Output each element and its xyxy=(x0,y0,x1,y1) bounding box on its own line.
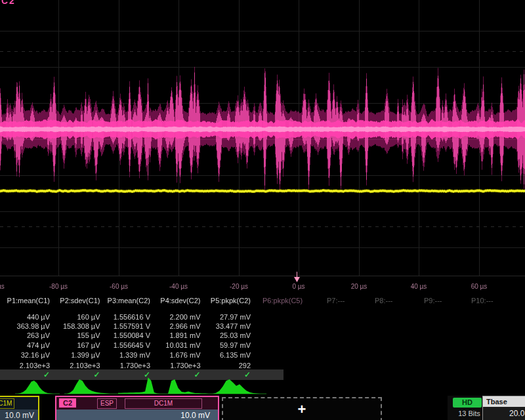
measure-value: 1.399 µV xyxy=(52,351,100,359)
measure-header-inactive[interactable]: P6:pkpk(C5) xyxy=(262,297,315,304)
measure-header[interactable]: P3:mean(C2) xyxy=(102,297,150,304)
measure-value: 59.97 mV xyxy=(202,341,251,349)
measure-value: 33.477 mV xyxy=(202,322,251,330)
time-axis: -100 µs-80 µs-60 µs-40 µs-20 µs0 µs20 µs… xyxy=(0,283,525,291)
timebase-descriptor[interactable]: Tbase 20.0 µs xyxy=(482,396,525,420)
measure-value: 1.676 mV xyxy=(152,351,201,359)
measure-value: 1.556645 V xyxy=(102,341,150,349)
time-tick-label: 20 µs xyxy=(339,283,379,290)
time-tick-label: -20 µs xyxy=(219,283,259,290)
measure-value: 1.730e+3 xyxy=(102,362,150,369)
measure-value: 6.135 mV xyxy=(202,351,251,359)
timebase-value: 20.0 µs xyxy=(483,407,525,420)
measure-header-inactive[interactable]: P7:--- xyxy=(327,297,379,304)
measure-value: 10.031 mV xyxy=(152,341,201,349)
measure-table: P1:mean(C1)440 µV363.98 µV263 µV474 µV32… xyxy=(0,295,525,371)
hd-badge[interactable]: HD xyxy=(453,398,482,408)
c2-label[interactable]: C2 xyxy=(59,398,76,408)
measure-header[interactable]: P5:pkpk(C2) xyxy=(202,297,251,304)
measure-header-inactive[interactable]: P8:--- xyxy=(375,297,427,304)
measure-value: 292 xyxy=(202,362,251,369)
measure-value: 1.730e+3 xyxy=(152,362,201,369)
measure-value: 160 µV xyxy=(52,313,100,321)
measure-value: 1.891 mV xyxy=(152,331,201,339)
measure-value: 27.97 mV xyxy=(202,313,251,321)
c2-coupling-badge: DC1M xyxy=(125,398,202,409)
histicon xyxy=(213,379,260,394)
histicon-strip xyxy=(0,377,525,395)
channel-descriptor-c2[interactable]: C2 ESP DC1M 10.0 mV xyxy=(55,396,219,420)
measure-header-inactive[interactable]: P9:--- xyxy=(424,297,476,304)
measure-value: 363.98 µV xyxy=(1,322,50,330)
measure-column[interactable]: P1:mean(C1)440 µV363.98 µV263 µV474 µV32… xyxy=(1,295,50,371)
time-tick-label: -60 µs xyxy=(99,283,138,290)
measure-value: 1.339 mV xyxy=(102,351,150,359)
measure-value: 1.557591 V xyxy=(102,322,150,330)
channel-descriptor-c1[interactable]: C1 DC1M 10.0 mV xyxy=(0,396,39,420)
time-tick-label: -100 µs xyxy=(0,283,13,290)
measure-value: 155 µV xyxy=(52,331,100,339)
time-tick-label: 0 µs xyxy=(279,283,318,290)
measure-value: 158.308 µV xyxy=(52,322,100,330)
measure-header[interactable]: P2:sdev(C1) xyxy=(52,297,100,304)
measure-column[interactable]: P3:mean(C2)1.556616 V1.557591 V1.550084 … xyxy=(102,295,150,371)
measure-column[interactable]: P5:pkpk(C2)27.97 mV33.477 mV25.03 mV59.9… xyxy=(202,295,251,371)
measure-value: 25.03 mV xyxy=(202,331,251,339)
waveform-display[interactable] xyxy=(0,0,525,295)
histicon xyxy=(118,377,160,394)
time-tick-label: -80 µs xyxy=(39,283,78,290)
c1-coupling-badge: DC1M xyxy=(0,398,14,409)
measure-value: 1.556616 V xyxy=(102,313,150,321)
measure-value: 263 µV xyxy=(1,331,50,339)
c2-esp-badge: ESP xyxy=(97,398,117,409)
measure-column[interactable]: P4:sdev(C2)2.200 mV2.966 mV1.891 mV10.03… xyxy=(152,295,201,371)
measure-value: 167 µV xyxy=(52,341,100,349)
measure-header-inactive[interactable]: P10:--- xyxy=(471,297,524,304)
time-tick-label: 60 µs xyxy=(459,283,499,290)
measure-value: 440 µV xyxy=(1,313,50,321)
trace-label: C2 xyxy=(1,0,16,6)
measure-value: 1.550084 V xyxy=(102,331,150,339)
oscilloscope-screen: C2 -100 µs-80 µs-60 µs-40 µs-20 µs0 µs20… xyxy=(0,0,525,420)
measure-value: 2.103e+3 xyxy=(52,362,100,369)
c1-vdiv-value: 10.0 mV xyxy=(0,410,38,420)
histicon xyxy=(18,381,53,394)
measure-value: 474 µV xyxy=(1,341,50,349)
measure-value: 2.103e+3 xyxy=(1,362,50,369)
time-tick-label: 40 µs xyxy=(399,283,438,290)
add-trace-button[interactable]: + xyxy=(222,397,382,420)
timebase-title: Tbase xyxy=(483,396,525,407)
measure-value: 2.200 mV xyxy=(152,313,201,321)
histicon xyxy=(168,379,209,394)
time-tick-label: -40 µs xyxy=(159,283,198,290)
measure-header[interactable]: P4:sdev(C2) xyxy=(152,297,201,304)
measure-column[interactable]: P2:sdev(C1)160 µV158.308 µV155 µV167 µV1… xyxy=(52,295,100,371)
c2-vdiv-value: 10.0 mV xyxy=(56,410,218,420)
measure-value: 32.16 µV xyxy=(1,351,50,359)
measure-header[interactable]: P1:mean(C1) xyxy=(1,297,50,304)
histicon xyxy=(67,379,110,394)
measure-value: 2.966 mV xyxy=(152,322,201,330)
plus-icon: + xyxy=(298,401,306,418)
